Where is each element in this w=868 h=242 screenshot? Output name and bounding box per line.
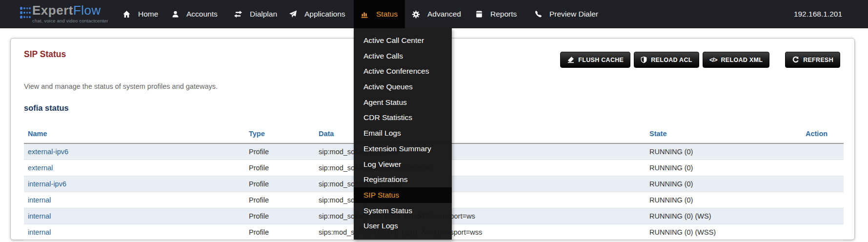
status-dropdown-menu: Active Call Center Active Calls Active C… — [354, 28, 452, 240]
column-header-action: Action — [802, 124, 844, 143]
brand-name: ExpertFlow — [32, 4, 108, 17]
book-icon — [475, 10, 483, 18]
nav-item-label: Home — [138, 10, 158, 19]
nav-item-home[interactable]: Home — [116, 0, 165, 28]
top-navbar: ExpertFlow chat, voice and video contact… — [0, 0, 868, 28]
toolbar: FLUSH CACHE RELOAD ACL </> RELOAD XML RE… — [560, 52, 840, 68]
state-cell: RUNNING (0) (WSS) — [646, 224, 802, 240]
column-header-type: Type — [245, 124, 315, 143]
type-cell: Profile — [245, 224, 315, 240]
profile-link[interactable]: internal — [28, 196, 51, 204]
brand-logo[interactable]: ExpertFlow chat, voice and video contact… — [20, 4, 108, 23]
type-cell: Profile — [245, 192, 315, 208]
nav-item-label: Accounts — [186, 10, 218, 19]
nav-item-label: Status — [376, 10, 398, 19]
menu-item-registrations[interactable]: Registrations — [354, 172, 452, 187]
action-cell — [802, 192, 844, 208]
menu-item-sip-status[interactable]: SIP Status — [354, 187, 452, 203]
page-title: SIP Status — [24, 49, 66, 60]
menu-item-email-logs[interactable]: Email Logs — [354, 125, 452, 141]
state-cell: RUNNING (0) — [646, 160, 802, 176]
eraser-icon — [567, 56, 574, 63]
refresh-icon — [792, 56, 799, 63]
profile-link[interactable]: external — [28, 164, 53, 172]
brand-logo-icon — [20, 7, 31, 19]
code-icon: </> — [709, 56, 717, 63]
state-cell: RUNNING (0) — [646, 143, 802, 160]
nav-item-label: Preview Dialer — [549, 10, 598, 19]
home-icon — [122, 10, 131, 18]
menu-item-log-viewer[interactable]: Log Viewer — [354, 157, 452, 172]
reload-xml-button[interactable]: </> RELOAD XML — [703, 52, 769, 68]
phone-icon — [534, 10, 542, 18]
profile-link[interactable]: internal — [28, 228, 51, 236]
nav-item-accounts[interactable]: Accounts — [165, 0, 224, 28]
paper-plane-icon — [289, 10, 297, 18]
profile-link[interactable]: internal — [28, 212, 51, 220]
column-header-name: Name — [24, 124, 245, 143]
nav-item-label: Advanced — [427, 10, 461, 19]
column-header-state: State — [646, 124, 802, 143]
state-cell: RUNNING (0) — [646, 192, 802, 208]
type-cell: Profile — [245, 176, 315, 192]
nav-item-preview-dialer[interactable]: Preview Dialer — [527, 0, 605, 28]
page-description: View and manage the status of system pro… — [24, 82, 218, 90]
nav-item-label: Dialplan — [250, 10, 277, 19]
menu-item-cdr-statistics[interactable]: CDR Statistics — [354, 110, 452, 125]
profile-link[interactable]: external-ipv6 — [28, 148, 68, 156]
action-cell — [802, 208, 844, 224]
nav-item-applications[interactable]: Applications — [282, 0, 352, 28]
action-cell — [802, 224, 844, 240]
action-cell — [802, 143, 844, 160]
type-cell: Profile — [245, 160, 315, 176]
menu-item-agent-status[interactable]: Agent Status — [354, 95, 452, 110]
nav-item-advanced[interactable]: Advanced — [405, 0, 468, 28]
type-cell: Profile — [245, 143, 315, 160]
action-cell — [802, 160, 844, 176]
type-cell: Profile — [245, 208, 315, 224]
swap-arrows-icon — [234, 10, 242, 18]
section-heading: sofia status — [24, 103, 69, 113]
person-icon — [172, 10, 179, 18]
menu-item-active-call-center[interactable]: Active Call Center — [354, 33, 452, 48]
nav-item-status[interactable]: Status — [354, 0, 405, 28]
menu-item-active-conferences[interactable]: Active Conferences — [354, 63, 452, 79]
menu-item-user-logs[interactable]: User Logs — [354, 218, 452, 234]
nav-item-label: Applications — [304, 10, 345, 19]
reload-acl-button[interactable]: RELOAD ACL — [634, 52, 699, 68]
shield-icon — [641, 56, 647, 63]
nav-item-dialplan[interactable]: Dialplan — [227, 0, 284, 28]
server-address: 192.168.1.201 — [794, 0, 842, 28]
nav-item-label: Reports — [490, 10, 517, 19]
gear-icon — [412, 10, 420, 19]
nav-item-reports[interactable]: Reports — [468, 0, 524, 28]
profile-link[interactable]: internal-ipv6 — [28, 180, 66, 188]
menu-item-active-queues[interactable]: Active Queues — [354, 79, 452, 95]
state-cell: RUNNING (0) — [646, 176, 802, 192]
bar-chart-icon — [361, 10, 369, 18]
brand-tagline: chat, voice and video contactcenter — [32, 18, 108, 23]
action-cell — [802, 176, 844, 192]
menu-item-system-status[interactable]: System Status — [354, 203, 452, 219]
menu-item-extension-summary[interactable]: Extension Summary — [354, 141, 452, 157]
refresh-button[interactable]: REFRESH — [785, 52, 840, 68]
menu-item-active-calls[interactable]: Active Calls — [354, 48, 452, 64]
flush-cache-button[interactable]: FLUSH CACHE — [560, 52, 630, 68]
state-cell: RUNNING (0) (WS) — [646, 208, 802, 224]
